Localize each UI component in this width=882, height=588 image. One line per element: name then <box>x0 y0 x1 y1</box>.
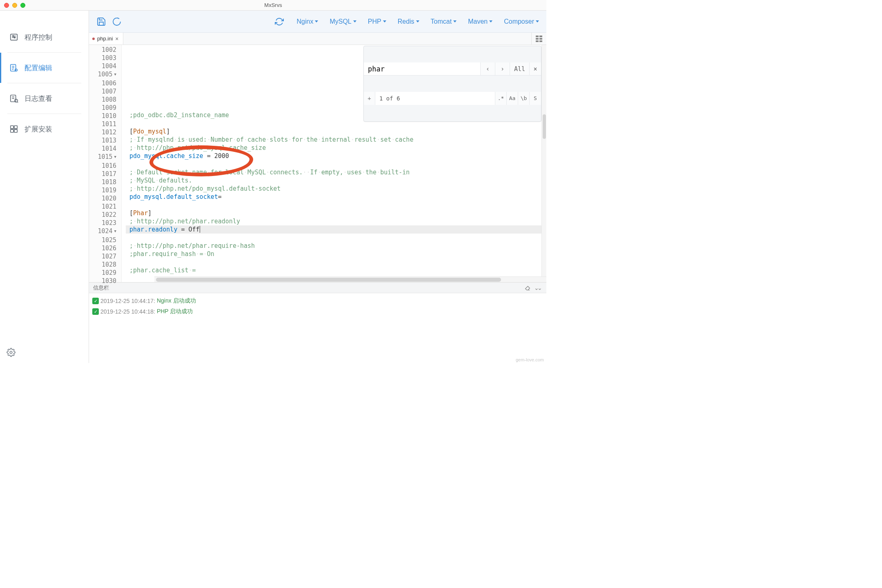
log-message: Nginx 启动成功 <box>157 297 196 305</box>
eraser-icon <box>524 285 531 291</box>
svg-point-3 <box>13 36 14 37</box>
refresh-button[interactable] <box>112 17 122 27</box>
info-collapse-button[interactable]: ⌄⌄ <box>532 285 542 291</box>
svg-point-19 <box>10 351 12 354</box>
code-line[interactable]: ;·Default·socket·name·for·local·MySQL·co… <box>126 168 546 176</box>
menu-label: Maven <box>468 18 488 25</box>
svg-point-9 <box>15 69 18 71</box>
code-line[interactable]: ;·http://php.net/phar.readonly <box>126 217 546 225</box>
refresh-icon <box>112 17 122 27</box>
svg-rect-23 <box>539 38 542 40</box>
svg-rect-20 <box>536 36 539 37</box>
zoom-window-button[interactable] <box>20 3 25 8</box>
close-window-button[interactable] <box>4 3 9 8</box>
menu-label: Composer <box>504 18 534 25</box>
code-line[interactable]: pdo_mysql.cache_size = 2000 <box>126 152 546 160</box>
svg-point-13 <box>15 99 18 102</box>
service-menu-composer[interactable]: Composer <box>504 18 539 25</box>
info-clear-button[interactable] <box>523 285 532 291</box>
find-panel: ‹ › All × + 1 of 6 .* Aa \b S <box>363 46 541 122</box>
check-icon: ✓ <box>92 298 99 304</box>
log-row: ✓2019-12-25 10:44:18: PHP 启动成功 <box>92 306 543 317</box>
service-menu-tomcat[interactable]: Tomcat <box>431 18 457 25</box>
editor-hscrollbar[interactable] <box>154 276 546 282</box>
tab-phpini[interactable]: php.ini × <box>89 33 123 45</box>
find-prev-button[interactable]: ‹ <box>481 62 495 75</box>
code-line[interactable]: [Phar] <box>126 209 546 217</box>
editor-tabbar: php.ini × <box>89 33 546 45</box>
code-line[interactable]: ;·http://php.net/phar.require-hash <box>126 242 546 250</box>
settings-gear[interactable] <box>0 343 89 363</box>
service-menu-maven[interactable]: Maven <box>468 18 492 25</box>
sidebar-item-1[interactable]: 配置编辑 <box>0 53 89 83</box>
find-input[interactable] <box>364 62 481 75</box>
caret-down-icon <box>489 20 492 22</box>
code-line[interactable]: phar.readonly = Off <box>126 225 546 234</box>
service-menu-nginx[interactable]: Nginx <box>297 18 318 25</box>
svg-rect-17 <box>11 129 13 132</box>
service-menu-mysql[interactable]: MySQL <box>330 18 356 25</box>
minimize-window-button[interactable] <box>12 3 17 8</box>
tab-label: php.ini <box>97 36 113 42</box>
code-line[interactable]: pdo_mysql.default_socket= <box>126 193 546 201</box>
svg-rect-21 <box>539 36 542 37</box>
find-all-button[interactable]: All <box>510 62 530 75</box>
code-line[interactable] <box>126 258 546 266</box>
code-line[interactable] <box>126 201 546 209</box>
svg-rect-18 <box>14 129 17 132</box>
svg-rect-16 <box>14 126 17 129</box>
caret-down-icon <box>315 20 318 22</box>
sidebar-item-label: 程序控制 <box>24 33 52 42</box>
code-line[interactable]: [Pdo_mysql] <box>126 127 546 136</box>
editor-vscrollbar[interactable] <box>541 45 546 276</box>
code-line[interactable]: ;·http://php.net/pdo_mysql.cache_size <box>126 144 546 152</box>
plus-icon: + <box>368 94 371 102</box>
gear-icon <box>7 348 16 357</box>
svg-point-4 <box>14 37 15 38</box>
scroll-thumb[interactable] <box>543 114 546 139</box>
find-expand-button[interactable]: + <box>364 92 375 105</box>
svg-rect-22 <box>536 38 539 40</box>
service-menu-redis[interactable]: Redis <box>398 18 419 25</box>
code-line[interactable]: ;phar.cache_list·= <box>126 266 546 274</box>
sliders-icon <box>9 33 19 42</box>
tab-close-button[interactable]: × <box>115 36 118 42</box>
grid-icon <box>536 36 542 42</box>
sidebar-item-3[interactable]: 扩展安装 <box>0 114 89 144</box>
log-timestamp: 2019-12-25 10:44:18: <box>100 308 155 315</box>
log-timestamp: 2019-12-25 10:44:17: <box>100 298 155 304</box>
find-selection-toggle[interactable]: S <box>530 92 541 105</box>
find-close-button[interactable]: × <box>530 62 541 75</box>
info-panel: 信息栏 ⌄⌄ ✓2019-12-25 10:44:17: Nginx 启动成功✓… <box>89 282 546 363</box>
find-count: 1 of 6 <box>375 92 495 105</box>
svg-line-14 <box>17 102 18 102</box>
find-wholeword-toggle[interactable]: \b <box>518 92 530 105</box>
svg-rect-24 <box>536 40 539 42</box>
sidebar-item-label: 配置编辑 <box>24 63 52 73</box>
service-menu-php[interactable]: PHP <box>368 18 386 25</box>
scroll-thumb[interactable] <box>156 278 501 282</box>
code-line[interactable] <box>126 234 546 242</box>
split-view-button[interactable] <box>531 33 546 45</box>
find-next-button[interactable]: › <box>495 62 510 75</box>
watermark: gem-love.com <box>516 357 544 362</box>
find-case-toggle[interactable]: Aa <box>507 92 518 105</box>
sidebar-item-2[interactable]: 日志查看 <box>0 83 89 114</box>
code-line[interactable]: ;phar.require_hash·=·On <box>126 250 546 258</box>
dirty-indicator-icon <box>92 38 95 40</box>
menu-label: MySQL <box>330 18 351 25</box>
code-line[interactable]: ;·If·mysqlnd·is·used:·Number·of·cache·sl… <box>126 136 546 144</box>
sidebar-item-label: 日志查看 <box>24 94 52 103</box>
code-line[interactable]: ;·http://php.net/pdo_mysql.default-socke… <box>126 185 546 193</box>
code-line[interactable]: ;·MySQL·defaults. <box>126 176 546 185</box>
reload-all-button[interactable] <box>275 17 284 26</box>
chevron-left-icon: ‹ <box>486 65 490 73</box>
sidebar-item-0[interactable]: 程序控制 <box>0 22 89 52</box>
save-button[interactable] <box>96 17 106 27</box>
code-editor[interactable]: 1002100310041005▼10061007100810091010101… <box>89 45 546 282</box>
menu-label: Tomcat <box>431 18 452 25</box>
code-line[interactable] <box>126 160 546 168</box>
log-icon <box>9 94 19 103</box>
chevron-right-icon: › <box>501 65 504 73</box>
find-regex-toggle[interactable]: .* <box>495 92 507 105</box>
